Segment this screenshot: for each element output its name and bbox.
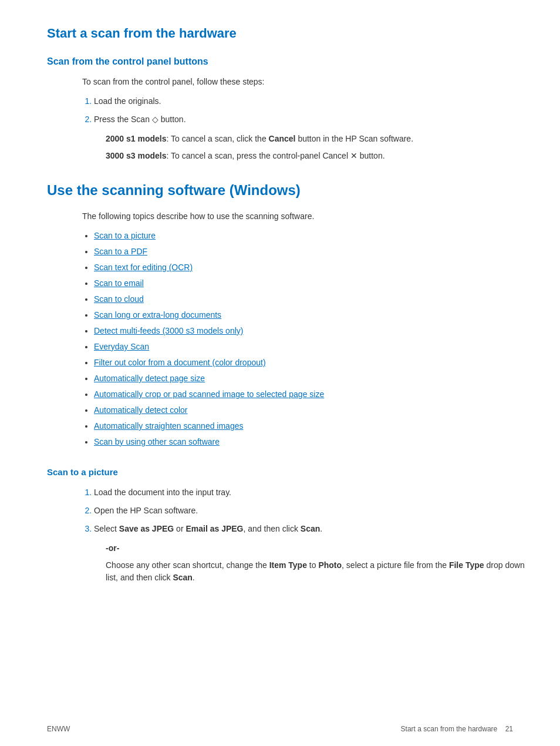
step-s3-3: Select Save as JPEG or Email as JPEG, an… [94, 523, 525, 535]
list-item: Automatically straighten scanned images [94, 420, 525, 432]
page-main-title: Start a scan from the hardware [47, 23, 525, 43]
section3-title: Scan to a picture [47, 466, 525, 479]
link-auto-crop[interactable]: Automatically crop or pad scanned image … [94, 389, 324, 399]
link-detect-color[interactable]: Automatically detect color [94, 405, 188, 415]
section-scan-to-picture: Scan to a picture Load the document into… [47, 466, 525, 584]
link-scan-email[interactable]: Scan to email [94, 278, 144, 288]
list-item: Automatically crop or pad scanned image … [94, 388, 525, 401]
link-scan-cloud[interactable]: Scan to cloud [94, 294, 144, 304]
list-item: Scan to cloud [94, 293, 525, 305]
section2-title: Use the scanning software (Windows) [47, 180, 525, 201]
step-1: Load the originals. [94, 95, 525, 107]
section-control-panel: Scan from the control panel buttons To s… [47, 55, 525, 162]
link-scan-pdf[interactable]: Scan to a PDF [94, 247, 147, 256]
list-item: Scan text for editing (OCR) [94, 261, 525, 274]
list-item: Automatically detect color [94, 404, 525, 416]
section-scanning-software: Use the scanning software (Windows) The … [47, 180, 525, 448]
link-detect-page-size[interactable]: Automatically detect page size [94, 374, 205, 383]
list-item: Filter out color from a document (color … [94, 357, 525, 369]
link-scan-picture[interactable]: Scan to a picture [94, 231, 156, 240]
link-detect-multifeeds[interactable]: Detect multi-feeds (3000 s3 models only) [94, 326, 243, 335]
list-item: Automatically detect page size [94, 372, 525, 385]
note-2000s1: 2000 s1 models: To cancel a scan, click … [106, 133, 525, 145]
list-item: Scan long or extra-long documents [94, 309, 525, 321]
list-item: Scan to a picture [94, 230, 525, 242]
link-other-scan-software[interactable]: Scan by using other scan software [94, 437, 220, 446]
link-everyday-scan[interactable]: Everyday Scan [94, 342, 149, 351]
list-item: Scan by using other scan software [94, 436, 525, 448]
list-item: Everyday Scan [94, 341, 525, 353]
section2-intro: The following topics describe how to use… [82, 210, 525, 223]
section1-intro: To scan from the control panel, follow t… [82, 76, 525, 88]
or-label: -or- [106, 542, 525, 555]
section2-link-list: Scan to a picture Scan to a PDF Scan tex… [94, 230, 525, 448]
link-filter-color[interactable]: Filter out color from a document (color … [94, 358, 266, 367]
step-s3-1: Load the document into the input tray. [94, 486, 525, 499]
list-item: Scan to a PDF [94, 246, 525, 258]
section3-steps: Load the document into the input tray. O… [94, 486, 525, 535]
section1-steps: Load the originals. Press the Scan ◇ but… [94, 95, 525, 126]
link-scan-ocr[interactable]: Scan text for editing (OCR) [94, 263, 193, 272]
list-item: Detect multi-feeds (3000 s3 models only) [94, 325, 525, 337]
section1-title: Scan from the control panel buttons [47, 55, 525, 69]
link-scan-long[interactable]: Scan long or extra-long documents [94, 310, 221, 320]
step-s3-2: Open the HP Scan software. [94, 505, 525, 517]
note-3000s3: 3000 s3 models: To cancel a scan, press … [106, 150, 525, 162]
list-item: Scan to email [94, 277, 525, 290]
link-auto-straighten[interactable]: Automatically straighten scanned images [94, 421, 243, 431]
step-2: Press the Scan ◇ button. [94, 113, 525, 126]
choose-block: Choose any other scan shortcut, change t… [106, 559, 525, 584]
